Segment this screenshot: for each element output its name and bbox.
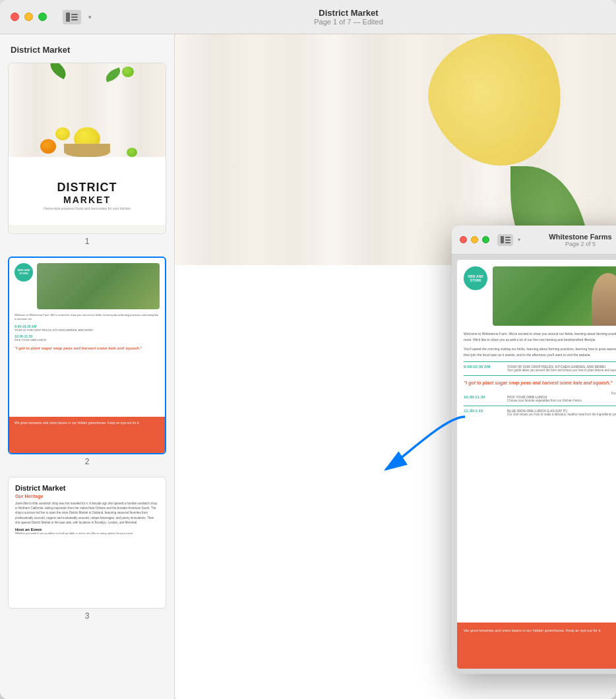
thumb2-schedule-1: 9:00-10:30 AM TOUR OF OUR CROP FIELDS, K… [15,324,160,332]
secondary-view-line-2 [505,239,510,241]
ws-badge-text: SIDE ANDSTORE [468,274,483,283]
thumbnail-number-1: 1 [8,237,166,246]
lemon-sm-decoration [55,127,70,140]
cover-tagline: Home-style prepared foods and necessitie… [44,206,131,210]
ws-morning-text: You'll spend the morning visiting our fi… [464,346,616,357]
secondary-title-center: Whitestone Farms Page 2 of 5 [526,233,616,247]
thumbnail-img-1: DISTRICT MARKET Home-style prepared food… [8,63,166,234]
secondary-traffic-lights [460,236,489,243]
traffic-lights [11,13,47,21]
ws-schedule-row-1: 9:00-10:30 AM TOUR OF OUR CROP FIELDS, K… [464,365,616,372]
thumb3-event-text: Whether you want to set up tables or boo… [15,532,159,535]
ws-person-silhouette [592,273,616,326]
thumbnail-img-2: SIDE ANDSTORE Welcome to Whitestone Farm… [8,257,166,454]
thumb2-quote: "I got to plant sugar snap peas and harv… [15,346,160,351]
secondary-view-rect [501,236,504,243]
sec-minimize-button[interactable] [471,236,478,243]
thumbnail-3[interactable]: District Market Our Heritage Janet Atkin… [8,477,166,621]
secondary-view-icon [501,236,510,243]
thumb2-footer: We grow tomatoes and onion beans in our … [9,417,165,453]
lime2-decoration [127,148,137,157]
minimize-button[interactable] [24,13,33,21]
secondary-view-controls: ▾ [497,234,520,246]
ws-schedule-row-3: 11:30-1:15 BLUE IRON-ONE LUNCH (LAS DAY … [464,409,616,416]
secondary-subtitle-text: Page 2 of 5 [565,241,596,247]
secondary-chevron-icon[interactable]: ▾ [518,237,520,243]
whitestone-page: SIDE ANDSTORE Welcome to Whitestone Farm… [457,260,616,669]
thumb2-event-2: PICK YOUR OWN LUNCH [15,338,160,342]
main-window: ▾ District Market Page 1 of 7 — Edited D… [0,0,616,699]
ws-event-info-3: BLUE IRON-ONE LUNCH (LAS DAY IT) Our che… [507,409,616,416]
secondary-view-line-3 [505,242,510,243]
ws-page-inner: SIDE ANDSTORE Welcome to Whitestone Farm… [457,260,616,669]
sidebar-title: District Market [8,45,166,55]
thumb2-photo [37,263,160,309]
view-icon-panel [66,13,70,22]
sec-maximize-button[interactable] [482,236,489,243]
secondary-view-line [505,237,510,238]
secondary-title-bar: ▾ Whitestone Farms Page 2 of 5 [452,226,616,255]
thumb2-schedule-2: 10:30-11:30 PICK YOUR OWN LUNCH [15,334,160,342]
title-bar: ▾ District Market Page 1 of 7 — Edited [0,0,616,34]
window-controls: ▾ [11,10,92,24]
thumbnail-2[interactable]: SIDE ANDSTORE Welcome to Whitestone Farm… [8,257,166,466]
maximize-button[interactable] [38,13,47,21]
thumb2-header: SIDE ANDSTORE [15,263,160,309]
ws-time-2: 10:30-11:30 [464,395,503,399]
orange-decoration [40,139,56,154]
ws-footer-text: We grow tomatoes and onion beans in our … [464,628,616,634]
thumb2-event-1: TOUR OF OUR CROP FIELDS, KITCHEN GARDEN,… [15,328,160,332]
thumb2-footer-text: We grow tomatoes and onion beans in our … [15,421,160,426]
thumb3-body: Janet Atkin's little sandwich shop was h… [15,501,159,525]
view-icon [66,13,78,22]
ws-quote: "I got to plant sugar snap peas and harv… [464,380,616,387]
thumb3-title: District Market [15,484,159,492]
thumbnail-img-3: District Market Our Heritage Janet Atkin… [8,477,166,609]
secondary-content: SIDE ANDSTORE Welcome to Whitestone Farm… [452,255,616,674]
thumbnail-1[interactable]: DISTRICT MARKET Home-style prepared food… [8,63,166,246]
ws-schedule-row-2: 10:30-11:30 PICK YOUR OWN LUNCH Choose y… [464,395,616,402]
view-icon-line [71,19,78,20]
ws-welcome-text: Welcome to Whitestone Farm. We're excite… [464,331,616,342]
ws-time-3: 11:30-1:15 [464,409,503,413]
thumb2-badge-text: SIDE ANDSTORE [18,269,30,276]
thumb2-welcome-text: Welcome to Whitestone Farm. We're excite… [15,313,160,322]
sec-close-button[interactable] [460,236,467,243]
view-icon-line [71,16,78,18]
thumb2-badge: SIDE ANDSTORE [15,263,33,282]
leaf-decoration-2 [104,67,123,82]
thumbnail-number-2: 2 [8,457,166,466]
view-icon-line [71,14,78,15]
lime-decoration [122,67,134,77]
ws-event-info-2: PICK YOUR OWN LUNCH Choose your favorite… [507,395,616,402]
ws-schedule-left-2: 10:30-11:30 [464,395,503,402]
secondary-window: ▾ Whitestone Farms Page 2 of 5 SIDE ANDS… [452,226,616,674]
main-content-area: ▾ Whitestone Far Page 2 of 5 PICK YOUROW… [175,34,616,699]
ws-event-info-1: TOUR OF OUR CROP FIELDS, KITCHEN GARDEN,… [507,365,616,372]
secondary-view-toggle[interactable] [497,234,513,246]
thumb2-content: SIDE ANDSTORE Welcome to Whitestone Farm… [9,258,165,453]
view-toggle-button[interactable] [63,10,81,24]
view-icon-lines [71,14,78,20]
close-button[interactable] [11,13,19,21]
thumbnail-number-3: 3 [8,611,166,621]
sidebar: District Market DISTRICT MARKET [0,34,175,699]
basket-decoration [64,144,110,157]
cover-text-area: DISTRICT MARKET Home-style prepared food… [9,157,166,225]
document-subtitle: Page 1 of 7 — Edited [314,18,383,26]
ws-badge: SIDE ANDSTORE [464,266,487,290]
document-title: District Market [319,8,378,18]
thumb3-subtitle: Our Heritage [15,494,159,499]
ws-divider-3 [464,406,616,406]
ws-schedule-left-3: 11:30-1:15 [464,409,503,416]
ws-event-desc-3: Our chef shows you how to make a delicio… [507,413,616,416]
secondary-title-text: Whitestone Farms [549,233,611,241]
ws-footer: We grow tomatoes and onion beans in our … [457,623,616,669]
cover-title-district: DISTRICT [57,181,117,195]
ws-time-1: 9:00-10:30 AM [464,365,503,369]
ws-event-desc-1: Your guide takes you around the farm and… [507,369,616,372]
secondary-view-lines [505,237,510,243]
title-bar-center: District Market Page 1 of 7 — Edited [92,8,605,26]
cover-title-market: MARKET [63,195,111,205]
ws-farm-photo [493,266,616,326]
